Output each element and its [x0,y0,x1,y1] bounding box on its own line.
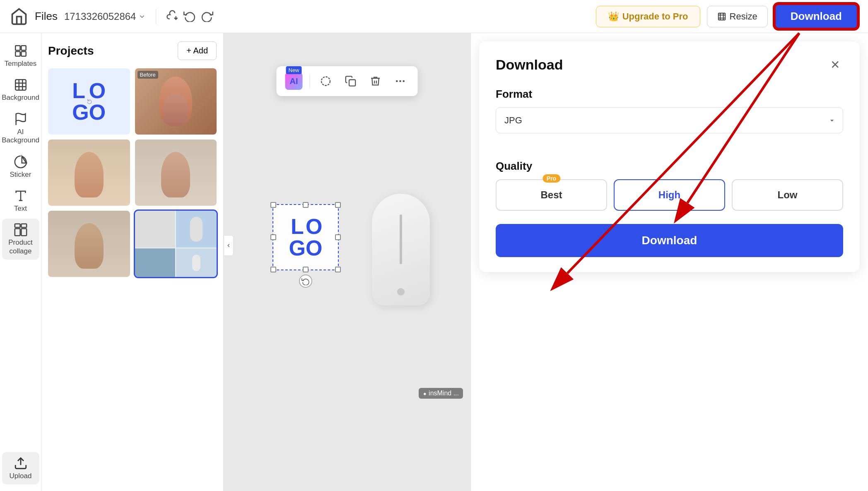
handle-tc[interactable] [303,202,309,208]
svg-point-22 [399,80,401,82]
sidebar-item-label-product-collage: Product collage [5,238,36,255]
canvas-area: New AI [224,33,470,491]
project-item-portrait-3[interactable] [48,211,130,277]
quality-best-button[interactable]: Pro Best [496,179,607,211]
sidebar-item-label-sticker: Sticker [10,171,31,179]
svg-rect-15 [21,224,27,228]
undo-button[interactable] [183,10,196,24]
quality-high-button[interactable]: High [614,179,725,211]
projects-title: Projects [48,44,94,58]
format-select[interactable]: JPG PNG WEBP [496,107,843,133]
download-modal: Download ✕ Format JPG PNG WEBP Quality P… [479,41,860,272]
svg-rect-5 [21,51,26,56]
separator [156,9,156,24]
project-item-portrait-1[interactable] [48,140,130,206]
sidebar-item-ai-background[interactable]: AI Background [2,108,39,149]
handle-br[interactable] [335,267,341,272]
svg-rect-4 [15,51,20,56]
watermark: ⬥ insMind ... [419,388,463,399]
svg-point-19 [321,77,330,86]
more-button[interactable] [390,70,411,92]
ai-tool-button[interactable]: New AI [283,70,305,92]
history-actions [166,10,213,24]
new-badge: New [286,66,301,74]
filename-display[interactable]: 1713326052864 [64,11,146,22]
sidebar-item-label-ai-background: AI Background [2,128,39,145]
svg-rect-1 [718,13,725,20]
sidebar-item-label-background: Background [2,94,39,102]
quality-options: Pro Best High Low [496,179,843,211]
modal-title: Download [496,57,563,73]
svg-rect-17 [21,229,27,236]
canvas-product [364,188,438,312]
panel-collapse-handle[interactable] [224,235,234,256]
quality-low-button[interactable]: Low [732,179,843,211]
svg-rect-6 [15,80,26,91]
rotate-handle[interactable] [299,274,312,288]
toolbar-sep-1 [310,74,310,89]
sidebar-item-text[interactable]: Text [2,185,39,217]
svg-rect-16 [14,229,20,236]
projects-header: Projects + Add [48,41,217,60]
projects-panel: Projects + Add LOGO ⟲ Before [41,33,224,491]
sidebar-item-label-text: Text [14,205,27,213]
svg-rect-3 [21,46,26,50]
home-button[interactable] [10,7,28,26]
add-project-button[interactable]: + Add [178,41,217,60]
redo-button[interactable] [201,10,213,24]
upload-button[interactable]: Upload [2,452,39,484]
project-item-logo[interactable]: LOGO ⟲ [48,68,130,135]
sidebar-item-templates[interactable]: Templates [2,40,39,72]
handle-tl[interactable] [270,202,276,208]
handle-mr[interactable] [335,234,341,240]
canvas-logo-element[interactable]: LOGO [272,204,339,270]
download-top-button[interactable]: Download [774,4,858,29]
svg-rect-2 [15,46,20,50]
handle-ml[interactable] [270,234,276,240]
delete-button[interactable] [365,70,386,92]
project-item-before-after[interactable]: Before [135,68,217,135]
canvas-content: LOGO ⬥ insMind ... [248,154,446,386]
modal-close-button[interactable]: ✕ [827,56,843,73]
cloud-sync-icon[interactable] [166,10,178,24]
right-panel: Download ✕ Format JPG PNG WEBP Quality P… [470,33,868,491]
quality-label: Quality [496,160,843,173]
download-modal-button[interactable]: Download [496,224,843,257]
canvas-toolbar: New AI [277,66,418,96]
sidebar-item-background[interactable]: Background [2,74,39,106]
handle-bl[interactable] [270,267,276,272]
select-tool-button[interactable] [315,70,337,92]
handle-tr[interactable] [335,202,341,208]
upgrade-button[interactable]: 👑 Upgrade to Pro [596,6,700,27]
handle-bc[interactable] [303,267,309,272]
project-item-collage[interactable] [135,211,217,277]
format-label: Format [496,88,843,101]
sidebar-item-label-templates: Templates [5,60,36,68]
files-label[interactable]: Files [35,10,58,23]
pro-badge: Pro [542,174,560,183]
svg-point-21 [396,80,398,82]
sidebar-item-sticker[interactable]: Sticker [2,151,39,183]
sidebar: Templates Background AI Background Stick… [0,33,41,491]
logo-text: LOGO [289,216,323,259]
svg-rect-14 [14,224,20,228]
project-item-portrait-2[interactable] [135,140,217,206]
svg-point-23 [403,80,405,82]
modal-header: Download ✕ [496,56,843,73]
svg-rect-20 [349,80,355,86]
projects-grid: LOGO ⟲ Before [48,68,217,277]
topbar: Files 1713326052864 👑 Upgrade to Pro [0,0,868,33]
resize-button[interactable]: Resize [707,6,768,27]
sidebar-item-product-collage[interactable]: Product collage [2,219,39,260]
topbar-right: 👑 Upgrade to Pro Resize Download [596,4,858,29]
upload-label: Upload [10,472,32,480]
duplicate-button[interactable] [340,70,362,92]
